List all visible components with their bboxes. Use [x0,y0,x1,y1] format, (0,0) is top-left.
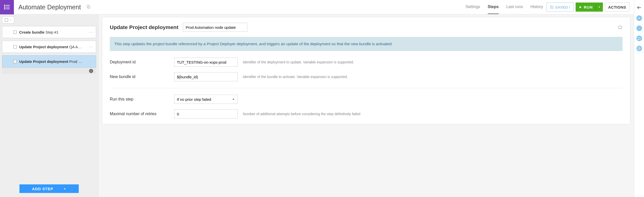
step-label: Update Project deployment QA A… [19,45,86,49]
step-menu-icon[interactable]: ⋯ [89,59,93,64]
max-retries-help: Number of additional attempts before con… [243,112,360,116]
svg-point-4 [4,9,5,9]
step-description-note: This step updates the project bundle ref… [110,37,623,51]
step-item-selected[interactable]: ⋮⋮ Update Project deployment Prod … ⋯ [2,55,96,67]
new-bundle-id-input[interactable] [174,72,238,81]
step-item[interactable]: ⋮⋮ Update Project deployment QA A… ⋯ [2,41,96,53]
svg-marker-12 [10,20,11,20]
save-icon [550,5,554,9]
rail-history-icon[interactable] [636,46,642,51]
panel-title: Update Project deployment [110,24,178,30]
deployment-id-input[interactable] [174,58,238,67]
rail-info-icon[interactable]: i [636,26,642,31]
deployment-id-help: Identifier of the deployment to update. … [243,60,354,64]
deployment-id-label: Deployment id [110,60,169,64]
steps-sidebar: ⋮⋮ Create bundle Step #1 ⋯ ⋮⋮ Update Pro… [0,14,98,197]
svg-marker-9 [599,7,600,8]
copy-icon[interactable] [86,5,91,10]
step-panel: Update Project deployment This step upda… [102,17,630,124]
actions-label: ACTIONS [608,5,626,9]
step-label: Create bundle Step #1 [19,30,86,34]
tab-settings[interactable]: Settings [466,0,480,14]
top-actions: SAVED ! RUN ACTIONS [547,3,634,12]
max-retries-input[interactable] [174,109,238,118]
add-step-label: ADD STEP [32,187,53,191]
run-dropdown-button[interactable] [596,3,603,12]
step-checkbox[interactable] [13,45,17,48]
add-step-button[interactable]: ADD STEP [19,184,79,193]
rail-add-icon[interactable]: + [636,15,642,21]
select-all-checkbox[interactable] [2,16,14,23]
run-button[interactable]: RUN [576,3,596,12]
step-checkbox[interactable] [13,60,17,63]
caret-up-icon [63,187,66,190]
drag-handle-icon[interactable]: ⋮⋮ [5,60,11,63]
back-arrow-icon[interactable] [637,5,642,11]
right-rail: + i [634,0,644,197]
step-menu-icon[interactable]: ⋯ [89,44,93,50]
main-menu-button[interactable] [0,0,14,14]
drag-handle-icon[interactable]: ⋮⋮ [5,45,11,48]
run-label: RUN [584,5,593,9]
step-item[interactable]: ⋮⋮ Create bundle Step #1 ⋯ [2,26,96,38]
step-menu-icon[interactable]: ⋯ [89,29,93,35]
saved-button[interactable]: SAVED ! [547,3,574,12]
svg-marker-13 [64,188,66,189]
saved-label: SAVED ! [555,5,570,9]
new-bundle-id-help: Identifier of the bundle to activate. Va… [243,75,348,79]
actions-button[interactable]: ACTIONS [605,3,629,12]
max-retries-label: Maximal number of retries [110,112,169,116]
new-bundle-id-label: New bundle id [110,75,169,79]
step-checkbox[interactable] [13,31,17,34]
play-icon [579,6,582,9]
step-info-row: i [2,67,96,74]
svg-rect-6 [88,6,90,9]
editor-pane: Update Project deployment This step upda… [98,14,634,197]
caret-down-icon [9,19,11,21]
nav-tabs: Settings Steps Last runs History [466,0,547,14]
step-name-input[interactable] [183,23,247,32]
top-bar: Automate Deployment Settings Steps Last … [0,0,634,14]
tab-steps[interactable]: Steps [488,0,499,14]
divider [110,88,623,88]
svg-marker-8 [579,6,581,8]
svg-point-0 [4,5,5,6]
step-label: Update Project deployment Prod … [19,59,86,64]
info-icon[interactable]: i [89,69,93,73]
caret-down-icon [598,6,601,8]
run-step-label: Run this step [110,97,169,102]
svg-rect-7 [87,5,89,8]
page-title: Automate Deployment [18,4,81,11]
run-step-select[interactable]: If no prior step failed [174,95,238,104]
power-icon[interactable] [618,24,623,30]
tab-last-runs[interactable]: Last runs [506,0,523,14]
rail-chat-icon[interactable] [636,36,642,41]
tab-history[interactable]: History [530,0,543,14]
checkbox-icon [5,18,8,22]
list-icon [4,4,11,11]
drag-handle-icon[interactable]: ⋮⋮ [5,31,11,34]
svg-point-2 [4,7,5,8]
